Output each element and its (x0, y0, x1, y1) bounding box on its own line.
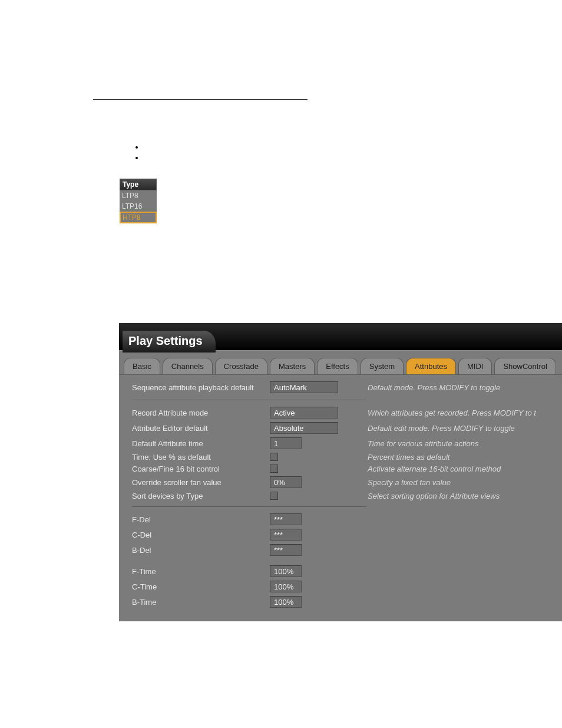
panel-titlebar: Play Settings (119, 323, 562, 350)
desc-record-attr-mode: Which attributes get recorded. Press MOD… (355, 409, 562, 417)
tab-showcontrol[interactable]: ShowControl (494, 358, 556, 374)
tab-crossfade[interactable]: Crossfade (215, 358, 267, 374)
label-b-time: B-Time (119, 598, 270, 607)
field-c-time[interactable]: 100% (270, 581, 302, 592)
field-b-del[interactable]: *** (270, 544, 302, 556)
label-time-pct-default: Time: Use % as default (119, 453, 270, 462)
type-menu-item-selected[interactable]: HTP8 (120, 212, 157, 223)
label-seq-attr-playback: Sequence attribute playback default (119, 383, 270, 392)
play-settings-panel: Play Settings Basic Channels Crossfade M… (119, 323, 562, 621)
tab-attributes[interactable]: Attributes (406, 358, 456, 374)
separator (132, 400, 366, 400)
tab-effects[interactable]: Effects (317, 358, 358, 374)
tab-masters[interactable]: Masters (270, 358, 315, 374)
tab-channels[interactable]: Channels (163, 358, 213, 374)
field-record-attr-mode[interactable]: Active (270, 407, 338, 419)
checkbox-time-pct-default[interactable] (270, 453, 278, 461)
tab-midi[interactable]: MIDI (458, 358, 492, 374)
desc-seq-attr-playback: Default mode. Press MODIFY to toggle (355, 383, 562, 392)
desc-sort-devices: Select sorting option for Attribute view… (355, 492, 562, 500)
label-c-time: C-Time (119, 582, 270, 591)
field-override-scroller-fan[interactable]: 0% (270, 476, 302, 488)
desc-time-pct-default: Percent times as default (355, 453, 562, 462)
field-f-time[interactable]: 100% (270, 565, 302, 577)
label-f-time: F-Time (119, 567, 270, 576)
tab-bar: Basic Channels Crossfade Masters Effects… (119, 350, 562, 375)
field-f-del[interactable]: *** (270, 513, 302, 525)
field-seq-attr-playback[interactable]: AutoMark (270, 381, 338, 393)
type-menu-item[interactable]: LTP16 (120, 201, 157, 212)
desc-default-attr-time: Time for various attribute actions (355, 439, 562, 448)
label-default-attr-time: Default Attribute time (119, 439, 270, 448)
type-menu: Type LTP8 LTP16 HTP8 (120, 179, 157, 223)
label-f-del: F-Del (119, 515, 270, 524)
label-attr-editor-default: Attribute Editor default (119, 424, 270, 433)
field-b-time[interactable]: 100% (270, 596, 302, 608)
field-c-del[interactable]: *** (270, 529, 302, 541)
desc-attr-editor-default: Default edit mode. Press MODIFY to toggl… (355, 424, 562, 433)
label-coarse-fine-16: Coarse/Fine 16 bit control (119, 465, 270, 473)
field-attr-editor-default[interactable]: Absolute (270, 422, 338, 434)
label-override-scroller-fan: Override scroller fan value (119, 478, 270, 487)
label-record-attr-mode: Record Attribute mode (119, 409, 270, 417)
type-menu-item[interactable]: LTP8 (120, 190, 157, 201)
section-divider (93, 99, 308, 100)
checkbox-sort-devices[interactable] (270, 492, 278, 500)
type-menu-header: Type (120, 179, 157, 190)
checkbox-coarse-fine-16[interactable] (270, 465, 278, 473)
tab-system[interactable]: System (361, 358, 404, 374)
separator (132, 506, 366, 507)
panel-content: Sequence attribute playback default Auto… (119, 375, 562, 610)
tab-basic[interactable]: Basic (124, 358, 160, 374)
desc-coarse-fine-16: Activate alternate 16-bit control method (355, 465, 562, 473)
panel-title-tab: Play Settings (123, 331, 216, 353)
label-c-del: C-Del (119, 531, 270, 539)
field-default-attr-time[interactable]: 1 (270, 437, 302, 449)
panel-title: Play Settings (123, 331, 216, 353)
label-sort-devices: Sort devices by Type (119, 492, 270, 500)
label-b-del: B-Del (119, 546, 270, 555)
desc-override-scroller-fan: Specify a fixed fan value (355, 478, 562, 487)
bullet-list (135, 146, 138, 159)
